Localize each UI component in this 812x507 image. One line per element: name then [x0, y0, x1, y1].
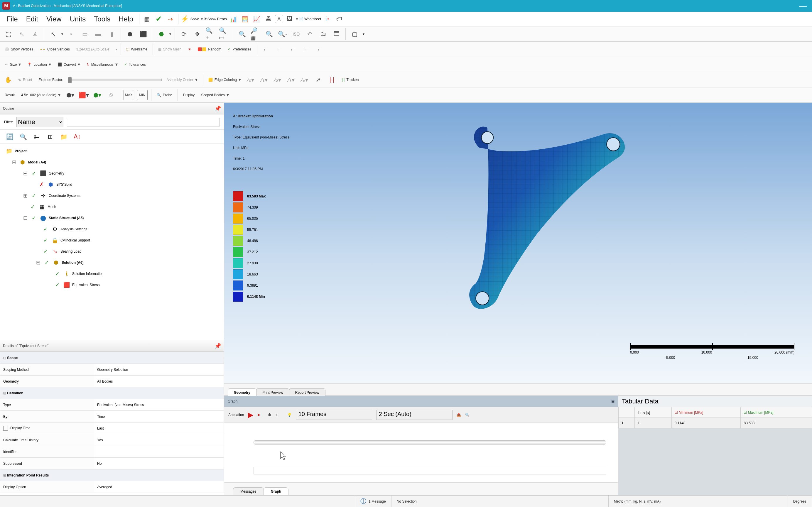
edge-coloring-button[interactable]: 🟨 Edge Coloring	[207, 76, 243, 83]
zoom-graph-icon[interactable]: 🔍	[465, 413, 470, 417]
axis-3-icon[interactable]: ⌐	[287, 44, 298, 55]
tab-messages[interactable]: Messages	[233, 487, 264, 495]
tree-coord[interactable]: Coordinate Systems	[49, 190, 80, 201]
details-value[interactable]: Last	[94, 422, 224, 434]
menu-view[interactable]: View	[43, 13, 65, 25]
col-max[interactable]: Maximum [MPa]	[741, 407, 812, 418]
zoom-box-icon[interactable]: 🔍▭	[219, 29, 229, 39]
s0-icon[interactable]: ∕₀▾	[246, 74, 256, 85]
random-button[interactable]: 🟥🟨 Random	[196, 47, 223, 52]
show-vertices-button[interactable]: ⚪ Show Vertices	[3, 47, 35, 52]
close-vertices-button[interactable]: ⚬⚬ Close Vertices	[38, 47, 71, 52]
reset-button[interactable]: ⟲ Reset	[16, 77, 34, 82]
cursor-icon[interactable]: ↖	[16, 29, 27, 39]
toggle-icon[interactable]: ⊟	[22, 168, 28, 179]
tab-graph[interactable]: Graph	[264, 487, 288, 495]
ok-icon[interactable]: ✔	[154, 14, 164, 24]
select-window-icon[interactable]: ▦	[142, 14, 152, 24]
menu-edit[interactable]: Edit	[22, 13, 42, 25]
details-value[interactable]: Equivalent (von-Mises) Stress	[94, 399, 224, 411]
min-tag-icon[interactable]: MIN	[137, 90, 148, 100]
find-icon[interactable]: 🔍	[19, 132, 28, 141]
chevron-down-icon[interactable]: ▾	[296, 17, 298, 21]
play-icon[interactable]: ▶	[248, 411, 253, 419]
size-button[interactable]: ↔ Size	[3, 61, 22, 68]
convert-button[interactable]: ⬛ Convert	[56, 61, 82, 68]
zoom-out-icon[interactable]: 🔍-	[277, 29, 288, 39]
folder-icon[interactable]: 📁	[59, 132, 68, 141]
chevron-down-icon[interactable]: ▾	[169, 32, 171, 36]
sort-icon[interactable]: A↕	[73, 132, 82, 141]
cycle2-icon[interactable]: ⫛	[276, 413, 279, 417]
tb-icon-2[interactable]: 🧮	[240, 14, 250, 24]
menu-tools[interactable]: Tools	[90, 13, 114, 25]
bulb-icon[interactable]: 💡	[287, 413, 292, 417]
col-min[interactable]: Minimum [MPa]	[671, 407, 741, 418]
pin-icon[interactable]: 📌	[215, 105, 221, 112]
s1-icon[interactable]: ∕₁▾	[259, 74, 270, 85]
chevron-down-icon[interactable]: ▾	[363, 32, 365, 36]
details-group[interactable]: Scope	[0, 352, 224, 364]
s2-icon[interactable]: ∕₂▾	[273, 74, 283, 85]
wireframe-button[interactable]: ⬚ Wireframe	[124, 47, 149, 52]
viewport[interactable]: A: Bracket Optimization Equivalent Stres…	[224, 103, 812, 383]
graph-body[interactable]	[224, 423, 618, 482]
details-value[interactable]	[94, 446, 224, 458]
autoscale-combo[interactable]: 3.2e-002 (Auto Scale)	[74, 47, 112, 52]
letter-a-icon[interactable]: A	[275, 15, 283, 23]
edge-sel-icon[interactable]: ▭	[79, 29, 90, 39]
explode-slider[interactable]	[68, 78, 162, 81]
expand-icon[interactable]: ⊞	[46, 132, 55, 141]
zoom-sel-icon[interactable]: 🔎▦	[250, 29, 261, 39]
tab-print-preview[interactable]: Print Preview	[256, 388, 289, 396]
tree-solution[interactable]: Solution (A6)	[62, 257, 84, 268]
pan-icon[interactable]: ✥	[192, 29, 203, 39]
chevron-down-icon[interactable]: ▾	[201, 17, 203, 21]
tb-icon-1[interactable]: 📊	[228, 14, 238, 24]
table-row[interactable]: 1 1. 0.1148 83.583	[618, 418, 812, 429]
probe-button[interactable]: 🔍 Probe	[155, 93, 174, 98]
menu-file[interactable]: File	[3, 13, 21, 25]
h-lines-icon[interactable]: |·|	[327, 74, 337, 85]
rotate-icon[interactable]: ⟳	[178, 29, 189, 39]
frames-combo[interactable]: 10 Frames	[296, 410, 372, 420]
cube-icon[interactable]: ⬢	[124, 29, 135, 39]
pin-icon[interactable]: 📌	[215, 343, 221, 349]
toggle-icon[interactable]: ⊞	[22, 190, 28, 201]
details-value[interactable]: Averaged	[94, 481, 224, 493]
tab-report-preview[interactable]: Report Preview	[289, 388, 325, 396]
axis-1-icon[interactable]: ⌐	[261, 44, 271, 55]
toggle-icon[interactable]: ⊟	[35, 257, 41, 268]
arrows-icon[interactable]: ⇢	[165, 14, 176, 24]
filter-icon[interactable]: ⎋	[106, 90, 116, 100]
axis-4-icon[interactable]: ⌐	[301, 44, 312, 55]
tolerances-button[interactable]: ✓ Tolerances	[122, 62, 148, 67]
axis-2-icon[interactable]: ⌐	[274, 44, 285, 55]
details-value[interactable]: No	[94, 458, 224, 469]
menu-help[interactable]: Help	[115, 13, 137, 25]
maximize-icon[interactable]: ▣	[611, 399, 614, 403]
details-value[interactable]: Yes	[94, 434, 224, 446]
worksheet-button[interactable]: 📄 Worksheet	[299, 17, 321, 21]
hand-icon[interactable]: ✋	[3, 74, 13, 85]
tree-mesh[interactable]: Mesh	[48, 201, 56, 213]
result-scale-combo[interactable]: 4.5e+002 (Auto Scale)	[19, 92, 62, 98]
s3-icon[interactable]: ∕₃▾	[286, 74, 297, 85]
scoped-combo[interactable]: Scoped Bodies	[199, 92, 231, 98]
cursor-box-icon[interactable]: ⬚	[3, 29, 13, 39]
tb-icon-3[interactable]: 📈	[252, 14, 262, 24]
tag2-icon[interactable]: 🏷	[32, 132, 41, 141]
minimize-button[interactable]: —	[796, 0, 810, 12]
k-icon[interactable]: ✶	[186, 47, 193, 52]
sx-icon[interactable]: ∕ₓ▾	[300, 74, 310, 85]
tree-geometry[interactable]: Geometry	[49, 168, 64, 179]
show-errors-button[interactable]: ?⁄ Show Errors	[204, 17, 227, 21]
zoom-mag-icon[interactable]: 🔍	[264, 29, 274, 39]
chevron-down-icon[interactable]: ▾	[115, 47, 117, 51]
stop-icon[interactable]: ■	[257, 413, 259, 417]
iso-icon[interactable]: ISO	[291, 29, 302, 39]
timeline-track[interactable]	[254, 440, 606, 445]
tree-bearing[interactable]: Bearing Load	[60, 246, 81, 257]
prev-view-icon[interactable]: ↶	[304, 29, 315, 39]
tree-static[interactable]: Static Structural (A5)	[49, 213, 84, 224]
